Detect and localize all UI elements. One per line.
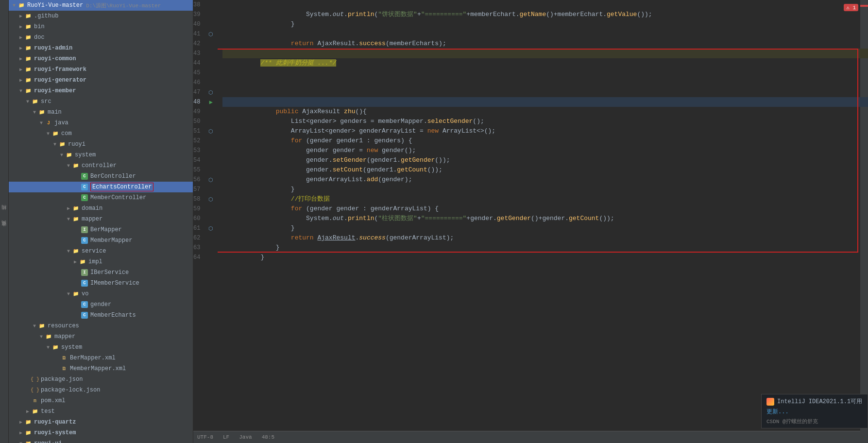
code-line-54: gender.setCount(gender1.getCount()); — [222, 155, 868, 165]
arrow-icon: ▼ — [51, 142, 58, 147]
sidebar-item-package-json[interactable]: ▶ { } package.json — [9, 374, 193, 385]
sidebar-item-ruoyi-common[interactable]: ▶ 📁 ruoyi-common — [9, 53, 193, 64]
sidebar-item-controller[interactable]: ▼ 📁 controller — [9, 160, 193, 171]
sidebar-item-member-mapper[interactable]: ▶ C MemberMapper — [9, 235, 193, 246]
sidebar-item-service[interactable]: ▼ 📁 service — [9, 246, 193, 256]
sidebar-item-ber-mapper-xml[interactable]: ▶ 🗎 BerMapper.xml — [9, 353, 193, 363]
folder-icon: 📁 — [38, 108, 46, 116]
sidebar-item-ruoyi-member[interactable]: ▼ 📁 ruoyi-member — [9, 85, 193, 96]
item-label: system — [75, 152, 96, 158]
sidebar-item-resources[interactable]: ▼ 📁 resources — [9, 321, 193, 331]
sidebar-item-imember-service[interactable]: ▶ C IMemberService — [9, 278, 193, 289]
sidebar-item-member-mapper-xml[interactable]: ▶ 🗎 MemberMapper.xml — [9, 363, 193, 374]
code-line-42: } — [222, 39, 868, 49]
sidebar-item-github[interactable]: ▶ 📁 .github — [9, 11, 193, 21]
sidebar-item-pom-xml[interactable]: ▶ m pom.xml — [9, 395, 193, 406]
arrow-icon: ▶ — [17, 56, 24, 62]
author-label: CSDN @拧螺丝的舒克 — [766, 419, 818, 425]
run-icon[interactable]: ▶ — [209, 99, 213, 106]
sidebar-item-src[interactable]: ▼ 📁 src — [9, 96, 193, 107]
ln-47: 47 — [193, 87, 204, 97]
folder-icon: 📁 — [65, 151, 73, 159]
code-line-59: System.out.println("柱状图数据"+"=========="+… — [222, 204, 868, 214]
ln-57: 57 — [193, 185, 204, 194]
folder-icon: 📁 — [72, 247, 80, 255]
sidebar-item-doc[interactable]: ▶ 📁 doc — [9, 32, 193, 43]
folder-icon: 📁 — [31, 408, 39, 415]
arrow-icon: ▼ — [24, 99, 31, 104]
ln-52: 52 — [193, 136, 204, 146]
json-icon: { } — [31, 375, 39, 383]
item-label: vo — [82, 290, 88, 297]
arrow-icon: ▶ — [17, 24, 24, 30]
folder-icon: 📁 — [24, 55, 32, 63]
sidebar-item-ruoyi-generator[interactable]: ▶ 📁 ruoyi-generator — [9, 75, 193, 85]
sidebar-item-gender[interactable]: ▶ C gender — [9, 299, 193, 310]
item-label: java — [54, 119, 68, 126]
sidebar-item-ruoyi-quartz[interactable]: ▶ 📁 ruoyi-quartz — [9, 417, 193, 427]
sidebar-item-echarts-controller[interactable]: ▶ C EchartsController — [9, 182, 193, 192]
sidebar-item-test[interactable]: ▶ 📁 test — [9, 406, 193, 417]
update-link[interactable]: 更新... — [766, 409, 789, 415]
item-label: resources — [48, 323, 79, 329]
language: Java — [239, 434, 252, 440]
code-line-48: public AjaxResult zhu(){ — [222, 97, 868, 107]
sidebar-item-main[interactable]: ▼ 📁 main — [9, 107, 193, 118]
bookmark-icon: ⬡ — [208, 225, 213, 232]
folder-icon: 📁 — [24, 66, 32, 73]
sidebar-item-impl[interactable]: ▶ 📁 impl — [9, 256, 193, 267]
ln-43: 43 — [193, 49, 204, 58]
arrow-icon: ▶ — [17, 13, 24, 19]
gutter-62 — [204, 233, 218, 243]
sidebar-item-java[interactable]: ▼ J java — [9, 118, 193, 128]
favorites-strip[interactable]: 收藏夹 — [1, 229, 8, 230]
sidebar-item-ruoyi-framework[interactable]: ▶ 📁 ruoyi-framework — [9, 64, 193, 75]
tree-root[interactable]: ▼ 📁 RuoYi-Vue-master D:\源图\RuoYi-Vue-mas… — [9, 0, 193, 11]
sidebar-item-system[interactable]: ▼ 📁 system — [9, 150, 193, 160]
sidebar-item-domain[interactable]: ▶ 📁 domain — [9, 203, 193, 214]
code-line-45 — [222, 68, 868, 78]
item-label: ruoyi-framework — [34, 66, 86, 73]
item-label: package.json — [41, 376, 83, 383]
sidebar-item-mapper[interactable]: ▼ 📁 mapper — [9, 214, 193, 224]
arrow-icon: ▶ — [17, 34, 24, 40]
sidebar-item-iber-service[interactable]: ▶ I IBerService — [9, 267, 193, 278]
sidebar-item-member-controller[interactable]: ▶ C MemberController — [9, 192, 193, 203]
code-line-44 — [222, 58, 868, 68]
item-label: src — [41, 98, 51, 105]
item-label: ruoyi-quartz — [34, 419, 76, 426]
item-label: ruoyi — [68, 141, 85, 148]
arrow-icon: ▼ — [65, 291, 72, 297]
arrow-icon: ▼ — [58, 153, 65, 158]
sidebar-item-ber-controller[interactable]: ▶ C BerController — [9, 171, 193, 182]
gutter-49 — [204, 107, 218, 117]
sidebar-item-vo[interactable]: ▼ 📁 vo — [9, 289, 193, 299]
java-class-icon: C — [81, 301, 88, 308]
arrow-icon: ▼ — [38, 120, 45, 126]
sidebar-item-ruoyi-ui[interactable]: ▼ 📁 ruoyi-ui — [9, 438, 193, 443]
structure-strip[interactable]: 结构 — [1, 213, 8, 214]
ln-46: 46 — [193, 78, 204, 87]
gutter-39 — [204, 10, 218, 19]
java-class-icon: C — [81, 279, 88, 287]
sidebar-item-bin[interactable]: ▶ 📁 bin — [9, 21, 193, 32]
item-label: MemberMapper — [90, 237, 132, 244]
sidebar-item-com[interactable]: ▼ 📁 com — [9, 128, 193, 139]
sidebar-item-ruoyi-system[interactable]: ▶ 📁 ruoyi-system — [9, 427, 193, 438]
arrow-icon: ▶ — [17, 419, 24, 425]
sidebar-item-ber-mapper[interactable]: ▶ I BerMapper — [9, 224, 193, 235]
sidebar-item-res-system[interactable]: ▼ 📁 system — [9, 342, 193, 353]
ln-48: 48 — [193, 97, 204, 107]
folder-icon: 📁 — [24, 418, 32, 426]
sidebar-item-member-echarts[interactable]: ▶ C MemberEcharts — [9, 310, 193, 321]
sidebar-item-ruoyi[interactable]: ▼ 📁 ruoyi — [9, 139, 193, 150]
item-label: mapper — [82, 216, 102, 222]
intellij-badge: IntelliJ IDEA2021.1.1可用 — [766, 397, 863, 406]
arrow-icon: ▼ — [65, 217, 72, 222]
gutter-54 — [204, 155, 218, 165]
sidebar-item-package-lock-json[interactable]: ▶ { } package-lock.json — [9, 385, 193, 395]
gutter-53 — [204, 146, 218, 155]
sidebar-item-res-mapper[interactable]: ▼ 📁 mapper — [9, 331, 193, 342]
code-lines[interactable]: System.out.println("饼状图数据"+"=========="+… — [218, 0, 868, 431]
sidebar-item-ruoyi-admin[interactable]: ▶ 📁 ruoyi-admin — [9, 43, 193, 53]
